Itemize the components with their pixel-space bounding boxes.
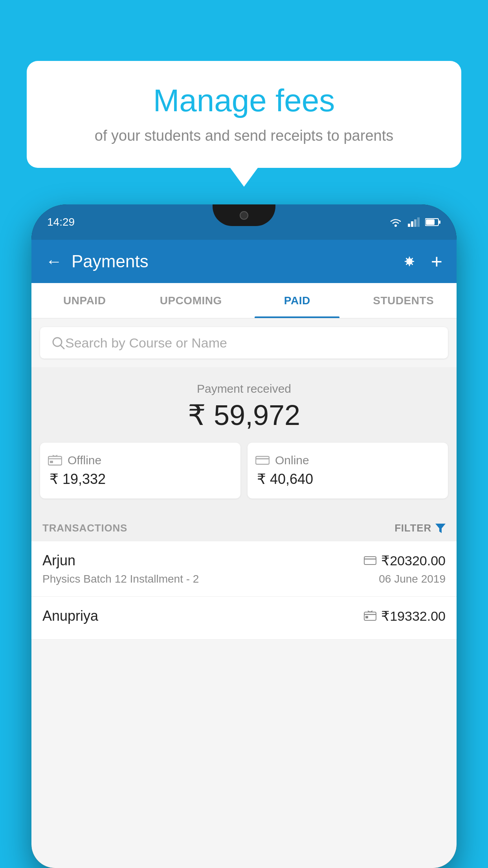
- transaction-row[interactable]: Arjun ₹20320.00 Physics Batch 12 Install…: [31, 541, 457, 597]
- transactions-label: TRANSACTIONS: [42, 522, 127, 534]
- svg-rect-29: [365, 616, 368, 618]
- svg-marker-24: [435, 524, 446, 533]
- online-label: Online: [275, 454, 309, 467]
- card-payment-icon: [364, 556, 376, 565]
- offline-label: Offline: [68, 454, 101, 467]
- status-icons: [389, 217, 441, 227]
- offline-payment-icon: [48, 455, 62, 466]
- transaction-top: Arjun ₹20320.00: [42, 552, 446, 569]
- wifi-icon: [389, 217, 402, 227]
- back-button[interactable]: ←: [46, 252, 62, 271]
- filter-icon: [435, 524, 446, 533]
- offline-card: Offline ₹ 19,332: [40, 443, 240, 498]
- add-button[interactable]: +: [431, 250, 442, 273]
- svg-rect-22: [256, 456, 269, 464]
- transaction-amount: ₹20320.00: [364, 553, 446, 568]
- offline-payment-icon: [364, 611, 376, 622]
- filter-label: FILTER: [394, 522, 431, 534]
- svg-point-8: [407, 259, 411, 263]
- svg-point-0: [394, 224, 397, 227]
- offline-card-header: Offline: [48, 454, 101, 467]
- app-bar: ← Payments: [31, 240, 457, 283]
- payment-received-label: Payment received: [40, 382, 448, 395]
- offline-amount: ₹ 19,332: [48, 471, 106, 487]
- svg-rect-21: [50, 461, 53, 463]
- svg-line-14: [411, 264, 413, 265]
- search-placeholder: Search by Course or Name: [65, 335, 227, 351]
- svg-rect-3: [414, 219, 416, 227]
- camera-dot: [240, 211, 248, 220]
- app-bar-actions: +: [400, 250, 442, 273]
- transaction-bottom: Physics Batch 12 Installment - 2 06 June…: [42, 573, 446, 585]
- tab-upcoming[interactable]: UPCOMING: [138, 283, 244, 318]
- svg-rect-25: [364, 557, 376, 565]
- battery-icon: [425, 218, 441, 226]
- phone-screen: 14:29: [31, 204, 457, 868]
- phone-mockup: 14:29: [31, 204, 457, 868]
- course-info: Physics Batch 12 Installment - 2: [42, 573, 199, 585]
- svg-line-13: [406, 258, 407, 259]
- online-card: Online ₹ 40,640: [248, 443, 448, 498]
- phone-container: 14:29: [31, 204, 457, 868]
- search-icon: [51, 336, 65, 350]
- signal-icon: [408, 217, 420, 227]
- tab-paid[interactable]: PAID: [244, 283, 350, 318]
- phone-notch: [213, 204, 275, 226]
- svg-rect-6: [439, 221, 440, 224]
- tab-unpaid[interactable]: UNPAID: [31, 283, 138, 318]
- tabs-bar: UNPAID UPCOMING PAID STUDENTS: [31, 283, 457, 318]
- svg-rect-2: [411, 221, 413, 227]
- svg-line-18: [61, 345, 64, 349]
- svg-line-16: [406, 264, 407, 265]
- main-content: Search by Course or Name Payment receive…: [31, 318, 457, 868]
- payment-received-section: Payment received ₹ 59,972: [31, 367, 457, 509]
- payment-cards: Offline ₹ 19,332 Online: [40, 443, 448, 498]
- search-bar[interactable]: Search by Course or Name: [40, 327, 448, 359]
- online-amount: ₹ 40,640: [255, 471, 313, 487]
- transaction-row[interactable]: Anupriya ₹19332.00: [31, 597, 457, 640]
- speech-bubble: Manage fees of your students and send re…: [27, 61, 461, 168]
- speech-bubble-container: Manage fees of your students and send re…: [27, 61, 461, 168]
- transactions-header: TRANSACTIONS FILTER: [31, 509, 457, 541]
- amount-value: ₹19332.00: [381, 608, 446, 624]
- bubble-subtitle: of your students and send receipts to pa…: [50, 127, 438, 144]
- gear-icon[interactable]: [400, 252, 418, 270]
- svg-rect-7: [426, 219, 435, 225]
- online-payment-icon: [255, 455, 270, 465]
- payment-total-amount: ₹ 59,972: [40, 399, 448, 432]
- tab-students[interactable]: STUDENTS: [350, 283, 457, 318]
- online-card-header: Online: [255, 454, 309, 467]
- transaction-top: Anupriya ₹19332.00: [42, 608, 446, 624]
- svg-line-15: [411, 258, 413, 259]
- amount-value: ₹20320.00: [381, 553, 446, 568]
- bubble-title: Manage fees: [50, 83, 438, 119]
- svg-rect-4: [417, 217, 420, 227]
- app-bar-title: Payments: [72, 252, 391, 271]
- student-name: Arjun: [42, 552, 75, 569]
- transaction-date: 06 June 2019: [379, 573, 446, 585]
- status-time: 14:29: [47, 216, 75, 228]
- transaction-amount: ₹19332.00: [364, 608, 446, 624]
- student-name: Anupriya: [42, 608, 98, 624]
- svg-rect-1: [408, 224, 410, 227]
- filter-button[interactable]: FILTER: [394, 522, 446, 534]
